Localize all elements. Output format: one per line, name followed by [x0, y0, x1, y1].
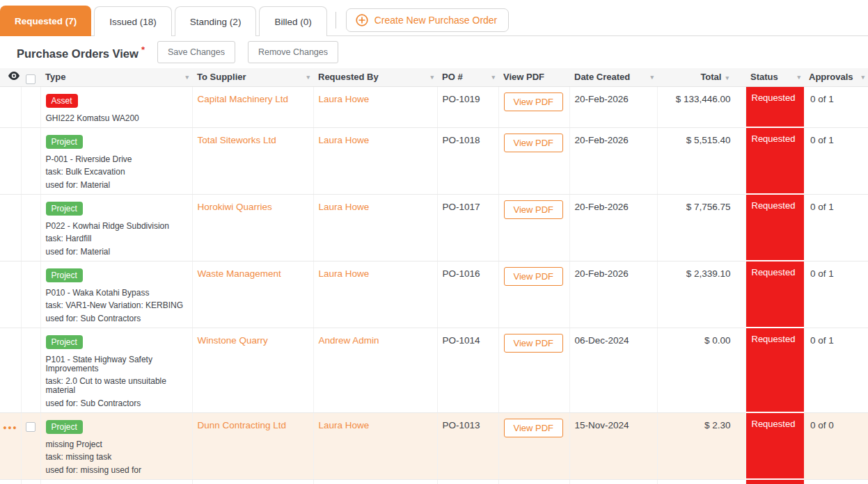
- requested-by-cell: Laura Howe: [313, 127, 437, 194]
- date-created-cell: 20-Feb-2026: [569, 86, 657, 127]
- type-cell: Project P-001 - Riverside Drive task: Bu…: [40, 127, 192, 194]
- table-row[interactable]: Project P-001 - Riverside Drive task: Bu…: [0, 127, 868, 194]
- requested-by-link[interactable]: Laura Howe: [319, 135, 370, 145]
- date-created-cell: 02-Sep-2024: [569, 479, 657, 484]
- column-header-approvals[interactable]: Approvals▾: [804, 68, 868, 86]
- supplier-cell: Humes Pipelines Ltd: [192, 479, 313, 484]
- tab-billed[interactable]: Billed (0): [259, 6, 326, 36]
- view-pdf-button[interactable]: View PDF: [504, 134, 564, 152]
- total-cell: $ 0.00: [657, 328, 745, 412]
- column-header-date-created[interactable]: Date Created▾: [569, 68, 657, 86]
- requested-by-link[interactable]: Laura Howe: [319, 420, 370, 430]
- requested-by-cell: Laura Howe: [313, 194, 437, 261]
- column-header-total[interactable]: Total▾: [657, 68, 745, 86]
- column-header-supplier[interactable]: To Supplier▾: [192, 68, 313, 86]
- type-detail: used for: Material: [46, 248, 187, 257]
- view-pdf-button[interactable]: View PDF: [504, 419, 564, 437]
- column-header-status[interactable]: Status▾: [745, 68, 804, 86]
- remove-changes-button[interactable]: Remove Changes: [248, 41, 338, 63]
- tab-issued[interactable]: Issued (18): [94, 6, 172, 36]
- column-label: To Supplier: [197, 72, 246, 82]
- sort-arrow-icon: ▾: [797, 74, 800, 81]
- table-row[interactable]: Asset GHI222 Komatsu WA200 Capital Machi…: [0, 86, 868, 127]
- requested-by-cell: Laura Howe: [313, 261, 437, 328]
- column-header-type[interactable]: Type▾: [40, 68, 192, 86]
- supplier-link[interactable]: Winstone Quarry: [198, 335, 268, 346]
- type-badge: Project: [46, 268, 83, 282]
- required-asterisk: *: [141, 45, 145, 55]
- supplier-cell: Dunn Contracting Ltd: [192, 412, 313, 479]
- supplier-link[interactable]: Dunn Contracting Ltd: [198, 420, 287, 430]
- date-created-cell: 20-Feb-2026: [569, 194, 657, 261]
- supplier-cell: Waste Management: [192, 261, 313, 328]
- date-created-cell: 20-Feb-2026: [569, 127, 657, 194]
- row-actions-cell: [0, 479, 21, 484]
- table-row[interactable]: Project P010 - Waka Kotahi Bypass task: …: [0, 261, 868, 328]
- row-actions-cell: ●●●: [0, 412, 21, 479]
- type-detail: P-001 - Riverside Drive: [46, 155, 187, 164]
- type-detail: task: missing task: [46, 453, 187, 462]
- type-detail: missing Project: [46, 440, 187, 449]
- view-pdf-cell: View PDF: [498, 261, 569, 328]
- column-header-po-number[interactable]: PO #▾: [437, 68, 498, 86]
- supplier-cell: Total Siteworks Ltd: [192, 127, 313, 194]
- type-detail: P022 - Kowhai Ridge Subdivision: [46, 222, 187, 231]
- requested-by-cell: Andrew Admin: [313, 328, 437, 412]
- select-all-header[interactable]: [21, 68, 40, 86]
- type-detail: task: 2.0 Cut to waste unsuitable materi…: [46, 377, 187, 395]
- column-label: PO #: [442, 72, 463, 82]
- table-row[interactable]: ●●● Project missing Project task: missin…: [0, 412, 868, 479]
- view-pdf-cell: View PDF: [498, 194, 569, 261]
- tab-requested[interactable]: Requested (7): [0, 6, 91, 36]
- status-badge: Requested: [745, 328, 804, 412]
- total-cell: $ 2.30: [657, 412, 745, 479]
- supplier-link[interactable]: Waste Management: [198, 268, 281, 279]
- column-label: View PDF: [503, 72, 544, 82]
- supplier-link[interactable]: Total Siteworks Ltd: [198, 135, 276, 145]
- table-row[interactable]: Project 1018 - Kinleith Grove task: 1001…: [0, 479, 868, 484]
- row-select-cell: [21, 194, 40, 261]
- row-checkbox[interactable]: [26, 422, 35, 432]
- view-pdf-button[interactable]: View PDF: [504, 334, 564, 353]
- total-cell: $ 2,339.10: [657, 261, 745, 328]
- status-badge: Requested: [745, 261, 804, 328]
- po-number-cell: PO-1019: [437, 86, 498, 127]
- view-pdf-button[interactable]: View PDF: [504, 267, 564, 286]
- type-badge: Asset: [46, 94, 78, 108]
- select-all-checkbox[interactable]: [26, 74, 35, 84]
- type-detail: task: Hardfill: [46, 234, 187, 243]
- row-menu-icon[interactable]: ●●●: [3, 424, 17, 431]
- approvals-cell: 0 of 1: [804, 86, 868, 127]
- type-detail: P010 - Waka Kotahi Bypass: [46, 289, 187, 298]
- column-visibility-header[interactable]: [0, 68, 21, 86]
- view-pdf-cell: View PDF: [498, 127, 569, 194]
- type-cell: Project P022 - Kowhai Ridge Subdivision …: [40, 194, 192, 261]
- view-pdf-button[interactable]: View PDF: [504, 92, 564, 111]
- requested-by-link[interactable]: Laura Howe: [319, 268, 370, 279]
- type-badge: Project: [46, 420, 83, 434]
- view-pdf-button[interactable]: View PDF: [504, 200, 564, 219]
- type-cell: Project 1018 - Kinleith Grove task: 1001…: [40, 479, 192, 484]
- table-row[interactable]: Project P022 - Kowhai Ridge Subdivision …: [0, 194, 868, 261]
- type-cell: Asset GHI222 Komatsu WA200: [40, 86, 192, 127]
- column-header-view-pdf: View PDF: [498, 68, 569, 86]
- sort-arrow-icon: ▾: [306, 74, 310, 81]
- approvals-cell: 0 of 0: [804, 412, 868, 479]
- requested-by-link[interactable]: Laura Howe: [319, 94, 370, 104]
- create-new-purchase-order-button[interactable]: Create New Purchase Order: [346, 8, 510, 32]
- table-header-row: Type▾ To Supplier▾ Requested By▾ PO #▾ V…: [0, 68, 868, 86]
- supplier-link[interactable]: Capital Machinery Ltd: [198, 94, 289, 104]
- view-pdf-cell: View PDF: [498, 86, 569, 127]
- requested-by-link[interactable]: Andrew Admin: [319, 335, 379, 346]
- type-detail: used for: Sub Contractors: [46, 399, 187, 408]
- page-title: Purchase Orders View*: [17, 45, 145, 60]
- toolbar: Purchase Orders View* Save Changes Remov…: [0, 36, 868, 68]
- supplier-link[interactable]: Horokiwi Quarries: [198, 202, 272, 212]
- tab-standing[interactable]: Standing (2): [175, 6, 257, 36]
- row-select-cell: [21, 479, 40, 484]
- table-row[interactable]: Project P101 - State Highway Safety Impr…: [0, 328, 868, 412]
- requested-by-link[interactable]: Laura Howe: [319, 202, 370, 212]
- save-changes-button[interactable]: Save Changes: [157, 41, 235, 63]
- eye-icon[interactable]: [8, 72, 19, 82]
- column-header-requested-by[interactable]: Requested By▾: [313, 68, 437, 86]
